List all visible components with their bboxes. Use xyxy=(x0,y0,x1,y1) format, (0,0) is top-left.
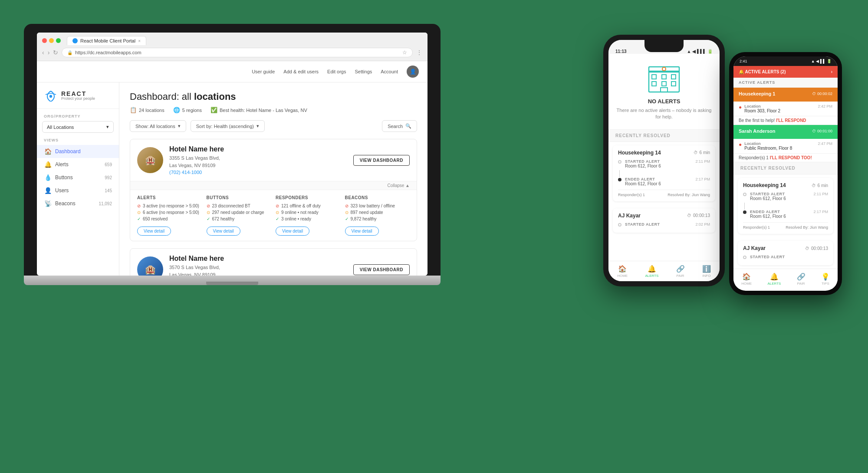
minimize-dot[interactable] xyxy=(49,38,54,43)
forward-button[interactable]: › xyxy=(48,49,50,56)
responders-stat-box: RESPONDERS ⊘ 121 offline & off duty ⊙ 9 … xyxy=(276,195,341,236)
hotel-header-1: 🏨 Hotel Name here 3355 S Las Vegas Blvd,… xyxy=(130,139,417,181)
sidebar-item-buttons[interactable]: 💧 Buttons 992 xyxy=(37,171,119,184)
main-content: Dashboard: all locations 📋 24 locations … xyxy=(119,82,427,276)
phone-nav-alerts-right[interactable]: 🔔 ALERTS xyxy=(767,273,781,286)
phone-nav-home-left[interactable]: 🏠 HOME xyxy=(617,265,628,278)
address-bar[interactable]: 🔒 https://dc.reactmobileapps.com ☆ xyxy=(62,48,413,57)
fullscreen-dot[interactable] xyxy=(56,38,61,43)
phone-nav-pair-left[interactable]: 🔗 PAIR xyxy=(676,265,685,278)
phone-nav-alerts-left[interactable]: 🔔 ALERTS xyxy=(645,265,658,278)
pair-nav-icon-right: 🔗 xyxy=(797,273,806,281)
hotel-name-1: Hotel Name here xyxy=(169,145,347,153)
view-dashboard-btn-2[interactable]: VIEW DASHBOARD xyxy=(353,264,410,275)
alerts-nav-icon: 🔔 xyxy=(648,265,656,273)
green-dot-icon-3: ✓ xyxy=(276,217,279,221)
sarah-anderson-name: Sarah Anderson xyxy=(739,128,776,134)
alert-card-row-2: Sarah Anderson ⏱ 00:01:00 xyxy=(739,128,832,134)
org-selector[interactable]: All Locations ▾ xyxy=(42,121,114,133)
responders-line-1: ⊘ 121 offline & off duty xyxy=(276,204,341,208)
locations-count: 24 locations xyxy=(139,108,164,113)
orange-dot-icon: ⊙ xyxy=(137,210,141,215)
user-avatar[interactable]: 👤 xyxy=(407,66,419,78)
phone-signal-left: ▲ ◀ ▌▌▌ 🔋 xyxy=(687,49,713,54)
clock-icon: ⏱ xyxy=(694,150,698,155)
nav-user-guide[interactable]: User guide xyxy=(252,69,275,74)
phone-nav-home-right[interactable]: 🏠 HOME xyxy=(741,273,752,286)
nav-settings[interactable]: Settings xyxy=(355,69,372,74)
tab-favicon xyxy=(72,38,78,43)
phone-nav-info-left[interactable]: ℹ️ INFO xyxy=(702,265,711,278)
pair-nav-icon: 🔗 xyxy=(676,265,685,273)
sidebar-item-users[interactable]: 👤 Users 145 xyxy=(37,184,119,197)
tab-close-icon[interactable]: × xyxy=(138,39,141,43)
resolved-card-right-1: Housekeeping 14 ⏱ 6 min STARTED ALERT Ro… xyxy=(738,178,833,234)
responders-view-detail-btn[interactable]: View detail xyxy=(276,227,309,236)
buttons-stat-box: BUTTONS ⊘ 23 disconnected BT ⊙ 297 need … xyxy=(207,195,272,236)
resolved-card-header-right-2: AJ Kayar ⏱ 00:00:13 xyxy=(743,245,828,251)
show-filter[interactable]: Show: All locations ▾ xyxy=(130,120,186,132)
user-icon: 👤 xyxy=(44,187,52,194)
close-dot[interactable] xyxy=(42,38,47,43)
responders-row-right: Responder(s) 1 Resolved By: Jiun Wang xyxy=(743,222,828,230)
sort-filter[interactable]: Sort by: Health (ascending) ▾ xyxy=(191,120,265,132)
resolved-card-title-right: Housekeeping 14 xyxy=(743,182,786,188)
buttons-view-detail-btn[interactable]: View detail xyxy=(207,227,240,236)
alerts-stat-box: ALERTS ⊘ 3 active (no response > 5:00) ⊙… xyxy=(137,195,202,236)
respond-btn-1[interactable]: I'LL RESPOND xyxy=(776,118,806,123)
nav-dashboard-label: Dashboard xyxy=(55,148,81,154)
alert-time-1: 2:42 PM xyxy=(818,104,832,108)
phone-screen-left: 11:13 ▲ ◀ ▌▌▌ 🔋 xyxy=(608,40,720,281)
view-dashboard-btn-1[interactable]: VIEW DASHBOARD xyxy=(353,155,410,166)
beacons-count: 11,092 xyxy=(99,201,112,206)
nav-buttons-label: Buttons xyxy=(55,174,73,181)
org-property-header: ORG/PROPERTY xyxy=(37,114,119,118)
sidebar-item-alerts[interactable]: 🔔 Alerts 659 xyxy=(37,158,119,171)
search-box[interactable]: Search 🔍 xyxy=(382,120,417,132)
event-connector-right xyxy=(744,203,745,210)
nav-add-edit-users[interactable]: Add & edit users xyxy=(283,69,319,74)
svg-rect-5 xyxy=(671,75,676,79)
users-count: 145 xyxy=(105,188,112,193)
beacons-line-3: ✓ 9,872 healthy xyxy=(345,217,410,221)
no-alerts-title: NO ALERTS xyxy=(615,98,713,105)
hotel-header-2: 🏨 Hotel Name here 3570 S Las Vegas Blvd,… xyxy=(130,249,417,276)
start-dot-2 xyxy=(618,223,621,227)
beacons-view-detail-btn[interactable]: View detail xyxy=(345,227,379,236)
hotel-info-1: Hotel Name here 3355 S Las Vegas Blvd, L… xyxy=(169,145,347,175)
svg-rect-4 xyxy=(662,75,666,79)
collapse-row-1[interactable]: Collapse ▲ xyxy=(130,181,417,190)
resolved-card-left-1: Housekeeping 14 ⏱ 6 min STARTED ALERT Ro… xyxy=(613,145,715,201)
start-dot xyxy=(618,160,621,164)
alert-event-started: STARTED ALERT Room 612, Floor 6 2:11 PM xyxy=(618,159,710,168)
phone-content-left: NO ALERTS There are no active alerts – n… xyxy=(608,54,720,261)
orange-dot-icon-3: ⊙ xyxy=(276,210,279,215)
browser-tab[interactable]: React Mobile Client Portal × xyxy=(67,36,146,45)
browser-tabs: React Mobile Client Portal × xyxy=(42,36,422,45)
alerts-view-detail-btn[interactable]: View detail xyxy=(137,227,171,236)
hotel-thumbnail-2: 🏨 xyxy=(137,256,163,276)
svg-rect-6 xyxy=(652,82,656,86)
nav-account[interactable]: Account xyxy=(381,69,398,74)
orange-dot-icon-2: ⊙ xyxy=(207,210,210,215)
phone-nav-pair-right[interactable]: 🔗 PAIR xyxy=(797,273,806,286)
resolved-time-1: ⏱ 6 min xyxy=(694,150,710,155)
home-nav-icon-right: 🏠 xyxy=(742,273,751,281)
beacon-icon: 📡 xyxy=(44,200,52,207)
page-title: Dashboard: all locations xyxy=(130,91,417,102)
svg-rect-3 xyxy=(652,75,656,79)
respond-btn-2[interactable]: I'LL RESPOND TOO! xyxy=(770,155,812,160)
bookmark-icon[interactable]: ☆ xyxy=(402,49,407,56)
phone-nav-tips-right[interactable]: 💡 TIPS xyxy=(821,273,830,286)
sidebar-item-beacons[interactable]: 📡 Beacons 11,092 xyxy=(37,197,119,210)
more-options-icon[interactable]: ⋮ xyxy=(416,49,422,56)
sidebar-item-dashboard[interactable]: 🏠 Dashboard xyxy=(37,145,119,158)
no-alerts-section: NO ALERTS There are no active alerts – n… xyxy=(608,54,720,130)
app-layout: User guide Add & edit users Edit orgs Se… xyxy=(37,61,427,273)
reload-button[interactable]: ↻ xyxy=(53,49,58,56)
phone-status-right: 2:41 ▲ ◀ ▌▌ 🔋 xyxy=(733,56,838,66)
phone-right: 2:41 ▲ ◀ ▌▌ 🔋 🔔 ACTIVE ALERTS (2) › ACTI… xyxy=(729,52,842,295)
logo-area: REACT Protect your people xyxy=(37,89,119,109)
back-button[interactable]: ‹ xyxy=(42,49,44,56)
nav-edit-orgs[interactable]: Edit orgs xyxy=(327,69,346,74)
